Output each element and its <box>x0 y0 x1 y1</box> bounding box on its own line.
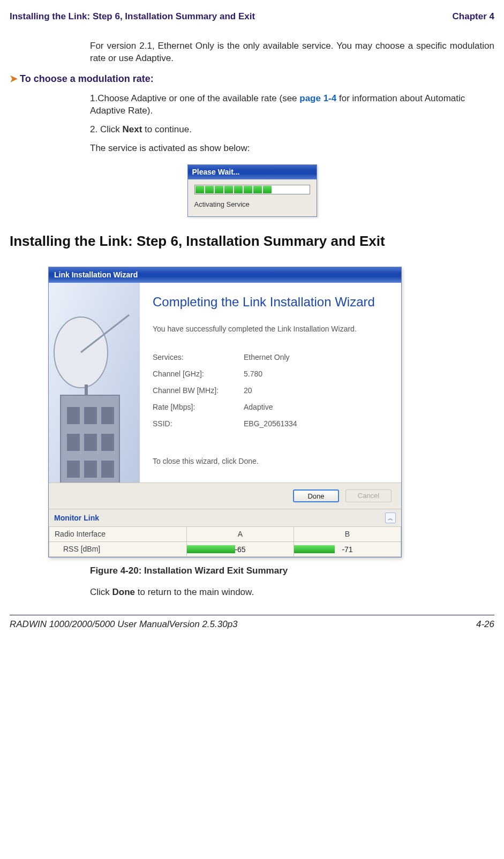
row-channel: Channel [GHz]:5.780 <box>153 366 388 382</box>
svg-rect-10 <box>84 461 97 478</box>
step-2: 2. Click Next to continue. The service i… <box>90 124 494 155</box>
link-install-wizard: Link Installation Wizard <box>48 267 402 557</box>
col-b: B <box>294 527 401 542</box>
done-button[interactable]: Done <box>293 489 339 502</box>
please-wait-dialog: Please Wait... Activating Service <box>187 164 317 217</box>
svg-rect-11 <box>101 461 114 478</box>
page-1-4-link[interactable]: page 1-4 <box>299 93 336 103</box>
collapse-icon[interactable]: ︽ <box>385 513 396 523</box>
wizard-titlebar: Link Installation Wizard <box>49 267 401 283</box>
svg-rect-8 <box>101 434 114 451</box>
arrow-icon: ➤ <box>10 73 18 84</box>
monitor-link-title: Monitor Link <box>54 513 99 523</box>
intro-paragraph: For version 2.1, Ethernet Only is the on… <box>90 40 494 65</box>
rss-b-cell: -71 <box>294 542 401 557</box>
svg-rect-3 <box>67 407 80 424</box>
section-heading: Installing the Link: Step 6, Installatio… <box>10 232 494 251</box>
col-a: A <box>187 527 294 542</box>
footer-right: 4-26 <box>476 619 494 631</box>
footer-rule <box>10 615 494 615</box>
row-services: Services:Ethernet Only <box>153 349 388 366</box>
col-radio-interface: Radio Interface <box>49 527 187 542</box>
please-wait-titlebar: Please Wait... <box>188 165 317 179</box>
step-1: 1.Choose Adaptive or one of the availabl… <box>90 93 494 117</box>
row-channel-bw: Channel BW [MHz]:20 <box>153 382 388 399</box>
row-rate: Rate [Mbps]:Adaptive <box>153 399 388 416</box>
wizard-success-message: You have successfully completed the Link… <box>153 324 388 334</box>
cancel-button: Cancel <box>345 489 392 502</box>
after-figure-paragraph: Click Done to return to the main window. <box>90 586 494 599</box>
svg-rect-7 <box>84 434 97 451</box>
footer-left: RADWIN 1000/2000/5000 User ManualVersion… <box>10 619 238 631</box>
header-section-title: Installing the Link: Step 6, Installatio… <box>10 11 255 23</box>
monitor-link-table: Radio Interface A B RSS [dBm] -65 -71 <box>49 526 401 557</box>
progress-bar <box>194 185 310 194</box>
wizard-summary-table: Services:Ethernet Only Channel [GHz]:5.7… <box>153 349 388 432</box>
svg-rect-5 <box>101 407 114 424</box>
procedure-heading: ➤To choose a modulation rate: <box>10 72 494 85</box>
row-ssid: SSID:EBG_20561334 <box>153 416 388 432</box>
rss-a-cell: -65 <box>187 542 294 557</box>
svg-rect-4 <box>84 407 97 424</box>
wizard-side-image <box>49 283 140 483</box>
svg-rect-6 <box>67 434 80 451</box>
svg-rect-9 <box>67 461 80 478</box>
header-chapter: Chapter 4 <box>453 11 494 23</box>
row-rss-label: RSS [dBm] <box>49 542 187 557</box>
wizard-close-message: To close this wizard, click Done. <box>153 456 388 466</box>
please-wait-message: Activating Service <box>194 200 310 209</box>
wizard-heading: Completing the Link Installation Wizard <box>153 295 388 310</box>
figure-caption: Figure 4-20: Installation Wizard Exit Su… <box>90 565 494 577</box>
